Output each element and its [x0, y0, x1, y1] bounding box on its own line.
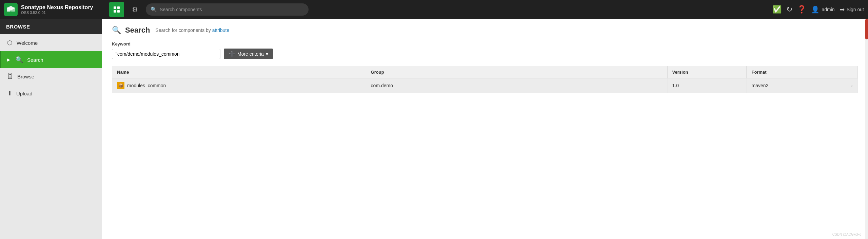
- component-name-cell: 📦 modules_common: [117, 82, 361, 89]
- watermark: CSDN @ACGkoFo: [832, 233, 861, 236]
- welcome-icon: ⬡: [7, 39, 13, 47]
- cell-name: 📦 modules_common: [112, 78, 366, 93]
- user-menu[interactable]: 👤 admin: [811, 5, 834, 14]
- table-body: 📦 modules_common com.demo 1.0 maven2 ›: [112, 78, 858, 93]
- brand-area: Sonatype Nexus Repository OSS 3.52.0-01: [4, 3, 106, 16]
- sidebar-item-upload-label: Upload: [16, 91, 33, 96]
- package-icon: 📦: [117, 82, 124, 89]
- sidebar: Browse ⬡ Welcome ▶ 🔍 Search 🗄 Browse ⬆ U…: [0, 19, 102, 239]
- upload-icon: ⬆: [7, 90, 12, 97]
- column-header-name: Name: [112, 66, 366, 78]
- brand-subtitle: OSS 3.52.0-01: [21, 11, 93, 15]
- attribute-link[interactable]: attribute: [212, 27, 230, 33]
- cell-format: maven2 ›: [747, 78, 858, 93]
- brand-title: Sonatype Nexus Repository: [21, 4, 93, 11]
- sidebar-header: Browse: [0, 19, 102, 34]
- sidebar-item-browse-label: Browse: [17, 74, 34, 79]
- svg-rect-3: [114, 6, 116, 9]
- active-arrow-icon: ▶: [7, 57, 10, 62]
- top-navigation: Sonatype Nexus Repository OSS 3.52.0-01 …: [0, 0, 868, 19]
- sidebar-item-browse[interactable]: 🗄 Browse: [0, 68, 102, 85]
- svg-rect-5: [114, 10, 116, 13]
- results-table: Name Group Version Format 📦 modules_comm…: [112, 66, 858, 93]
- main-content: 🔍 Search Search for components by attrib…: [102, 19, 868, 239]
- user-avatar-icon: 👤: [811, 5, 820, 14]
- sign-out-button[interactable]: ➡ Sign out: [840, 6, 864, 13]
- browse-icon: 🗄: [7, 73, 13, 80]
- keyword-row: ➕ More criteria ▾: [112, 49, 858, 59]
- svg-rect-4: [117, 6, 120, 9]
- search-panel-title: Search: [125, 26, 150, 35]
- search-icon: 🔍: [151, 6, 157, 13]
- dropdown-arrow-icon: ▾: [266, 51, 268, 57]
- brand-logo: [4, 3, 18, 16]
- search-panel-header: 🔍 Search Search for components by attrib…: [112, 26, 858, 35]
- refresh-icon[interactable]: ↻: [786, 5, 792, 14]
- scroll-track[interactable]: [865, 19, 868, 239]
- sidebar-item-search-label: Search: [27, 57, 43, 63]
- sidebar-item-upload[interactable]: ⬆ Upload: [0, 85, 102, 102]
- sidebar-item-welcome-label: Welcome: [17, 40, 38, 46]
- format-text: maven2: [751, 83, 768, 88]
- cell-version: 1.0: [667, 78, 747, 93]
- nav-right-actions: ✅ ↻ ❓ 👤 admin ➡ Sign out: [772, 5, 864, 14]
- table-row[interactable]: 📦 modules_common com.demo 1.0 maven2 ›: [112, 78, 858, 93]
- table-header: Name Group Version Format: [112, 66, 858, 78]
- column-header-version: Version: [667, 66, 747, 78]
- row-expand-chevron[interactable]: ›: [851, 83, 853, 88]
- settings-button[interactable]: ⚙: [127, 2, 142, 17]
- more-criteria-label: More criteria: [237, 51, 264, 57]
- search-panel: 🔍 Search Search for components by attrib…: [102, 19, 868, 100]
- active-panel-button[interactable]: [109, 2, 124, 17]
- main-layout: Browse ⬡ Welcome ▶ 🔍 Search 🗄 Browse ⬆ U…: [0, 19, 868, 239]
- signout-label: Sign out: [847, 7, 864, 12]
- keyword-input[interactable]: [112, 49, 220, 59]
- global-search-bar[interactable]: 🔍: [146, 3, 309, 16]
- scroll-thumb: [865, 19, 868, 39]
- component-name-text: modules_common: [127, 83, 166, 88]
- brand-text: Sonatype Nexus Repository OSS 3.52.0-01: [21, 4, 93, 15]
- search-panel-subtitle: Search for components by attribute: [155, 27, 229, 33]
- keyword-label: Keyword: [112, 41, 858, 47]
- search-panel-icon: 🔍: [112, 26, 121, 35]
- column-header-format: Format: [747, 66, 858, 78]
- search-sidebar-icon: 🔍: [16, 56, 23, 63]
- svg-rect-6: [117, 10, 120, 13]
- signout-icon: ➡: [840, 6, 845, 13]
- username-label: admin: [822, 7, 834, 12]
- plus-circle-icon: ➕: [229, 51, 235, 57]
- system-status-icon[interactable]: ✅: [772, 5, 782, 14]
- cell-group: com.demo: [366, 78, 667, 93]
- more-criteria-button[interactable]: ➕ More criteria ▾: [224, 49, 273, 59]
- global-search-input[interactable]: [160, 7, 304, 12]
- help-icon[interactable]: ❓: [797, 5, 806, 14]
- column-header-group: Group: [366, 66, 667, 78]
- sidebar-item-search[interactable]: ▶ 🔍 Search: [0, 51, 102, 68]
- sidebar-item-welcome[interactable]: ⬡ Welcome: [0, 34, 102, 51]
